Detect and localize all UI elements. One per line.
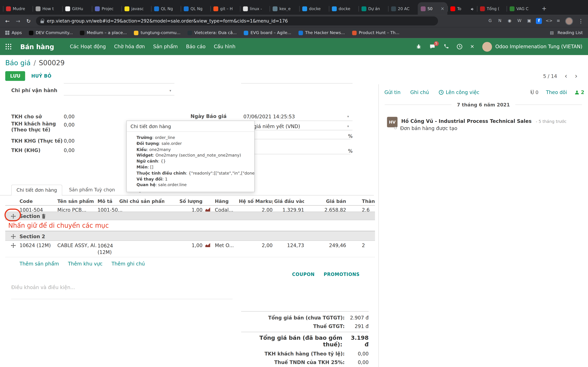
browser-tab[interactable]: git – H × (210, 2, 240, 15)
bookmark-item[interactable]: Vietcetera: Đưa câ... (188, 30, 237, 35)
section-label[interactable]: Section 2 (19, 234, 45, 239)
delete-row-icon[interactable] (42, 214, 46, 219)
cell-desc[interactable]: 1001-50... (97, 207, 119, 212)
discard-button[interactable]: HUỶ BỎ (31, 73, 52, 79)
browser-tab[interactable]: javasc × (121, 2, 151, 15)
operating-cost-field[interactable] (64, 95, 174, 95)
call-icon[interactable] (443, 44, 449, 50)
cell-name[interactable]: Micro PCB... (57, 207, 96, 212)
cell-brand[interactable]: Codal... (215, 207, 238, 212)
percent-field[interactable] (241, 139, 351, 139)
tkh-cho-so-value[interactable]: 0,00 (64, 114, 75, 119)
pager-previous-icon[interactable]: ‹ (564, 73, 567, 80)
app-menu-item[interactable]: Báo cáo (186, 44, 206, 50)
bookmark-item[interactable]: Product Hunt – Th... (352, 30, 399, 35)
browser-tab[interactable]: To × (447, 2, 477, 15)
browser-tab[interactable]: S0 × (418, 2, 447, 15)
column-header[interactable]: Giá đầu vào (274, 199, 304, 204)
column-header[interactable]: Code (19, 199, 56, 204)
browser-tab[interactable]: Projec × (92, 2, 121, 15)
add-line-link[interactable]: Thêm khu vực (68, 261, 103, 270)
devtools-icon[interactable]: <> (546, 18, 552, 24)
browser-tab[interactable]: Tổng ( × (477, 2, 507, 15)
wayback-icon[interactable]: W (516, 18, 522, 24)
url-text[interactable]: erp.vietan-group.vn/web#id=29&action=292… (47, 18, 288, 24)
pager-next-icon[interactable]: › (575, 73, 578, 80)
promotions-button[interactable]: PROMOTIONS (324, 272, 360, 277)
cell-qty[interactable]: 1,00 (166, 207, 202, 212)
bookmark-item[interactable]: Medium – a place... (80, 30, 127, 35)
cell-name[interactable]: CABLE ASSY, Al... (57, 243, 96, 248)
table-row[interactable]: 10624 (12M) CABLE ASSY, Al... 10624(12M)… (5, 241, 375, 257)
section-label[interactable]: Section 1 (19, 213, 45, 219)
facebook-icon[interactable]: f (536, 18, 542, 24)
app-menu-item[interactable]: Chờ hóa đơn (114, 44, 145, 50)
browser-menu-icon[interactable]: ⋮ (578, 18, 583, 24)
bookmark-item[interactable]: The Hacker News... (298, 30, 345, 35)
breadcrumb-parent[interactable]: Báo giá (5, 59, 31, 67)
forecast-chart-icon[interactable] (205, 207, 213, 212)
browser-tab[interactable]: QL Ng × (151, 2, 181, 15)
cell-price[interactable]: 249,46 (314, 243, 346, 248)
pricelist-value[interactable]: giá niêm yết (VND) (254, 124, 300, 129)
browser-tab[interactable]: GitHu × (62, 2, 92, 15)
browser-tab[interactable]: linux - × (240, 2, 269, 15)
cell-cost[interactable]: 1.329,91 (274, 207, 304, 212)
dropdown-caret-icon[interactable]: ▾ (170, 89, 171, 92)
send-message-button[interactable]: Gửi tin (384, 89, 400, 95)
column-header[interactable]: Số lượng (166, 199, 202, 204)
messages-icon[interactable]: 5 (429, 44, 435, 50)
cell-markup[interactable]: 2,00 (239, 243, 273, 248)
profile-avatar[interactable] (565, 17, 573, 25)
column-header[interactable]: Giá bán (314, 199, 346, 204)
log-note-button[interactable]: Ghi chú (410, 89, 429, 95)
app-menu-item[interactable]: Cấu hình (214, 44, 235, 50)
app-name[interactable]: Bán hàng (20, 43, 54, 50)
message-author[interactable]: Hồ Công Vũ - Industrial Process Technica… (401, 118, 532, 124)
activity-clock-icon[interactable] (457, 44, 462, 50)
cell-code[interactable]: 10624 (12M) (19, 243, 56, 248)
bookmark-apps[interactable]: Apps (5, 30, 22, 35)
browser-tab[interactable]: Dự án × (359, 2, 388, 15)
app-menu-item[interactable]: Các Hoạt động (70, 44, 106, 50)
column-header[interactable]: Hãng (215, 199, 238, 204)
column-header[interactable]: Thành tiền (362, 199, 375, 204)
notebook-tab[interactable]: Chi tiết đơn hàng (11, 184, 62, 195)
tab-close-icon[interactable]: × (441, 6, 444, 11)
cell-markup[interactable]: 2,00 (239, 207, 273, 212)
browser-tab[interactable]: kex_e × (270, 2, 299, 15)
dropdown-caret-icon[interactable]: ▾ (347, 124, 349, 128)
cell-qty[interactable]: 1,00 (166, 243, 202, 248)
tools-icon[interactable]: ✕ (470, 44, 474, 49)
app-menu-item[interactable]: Sản phẩm (153, 44, 178, 50)
percent-field[interactable] (241, 154, 351, 154)
back-icon[interactable]: ← (4, 18, 11, 24)
translate-icon[interactable]: G (487, 18, 493, 24)
table-row[interactable]: 1001-504 Micro PCB... 1001-50... 1,00 Co… (5, 206, 375, 211)
notebook-tab[interactable]: Sản phẩm Tuỳ chọn (64, 184, 120, 195)
add-line-link[interactable]: Thêm sản phẩm (19, 261, 59, 270)
reading-list-button[interactable]: ▤ Reading List (549, 30, 583, 36)
add-line-link[interactable]: Thêm ghi chú (112, 261, 145, 270)
tab-list-icon[interactable]: ≡ (555, 18, 562, 24)
cell-price[interactable]: 2.658,82 (314, 207, 346, 212)
quote-date-value[interactable]: 07/06/2021 14:25:53 (243, 114, 295, 119)
terms-placeholder[interactable]: Điều khoản và điều kiện... (11, 285, 75, 290)
screenshot-icon[interactable]: ▣ (526, 18, 532, 24)
bookmark-item[interactable]: EVG board – Agile... (244, 30, 291, 35)
browser-tab[interactable]: Mudre × (3, 2, 33, 15)
user-menu[interactable]: Odoo Implemenation Tung (VIETAN) (482, 42, 582, 51)
bookmark-item[interactable]: DEV Community... (29, 30, 73, 35)
coupon-button[interactable]: COUPON (292, 272, 315, 277)
notion-icon[interactable]: N (497, 18, 503, 24)
save-button[interactable]: LƯU (5, 71, 25, 81)
section-row-2[interactable]: Section 2 (5, 231, 375, 241)
debug-icon[interactable] (416, 44, 421, 50)
attachments-button[interactable]: 0 (530, 89, 538, 95)
pocket-icon[interactable]: ◉ (507, 18, 513, 24)
bookmark-item[interactable]: tungtung-commu... (134, 30, 181, 35)
column-header[interactable]: Mô tả (97, 199, 119, 204)
forward-icon[interactable]: → (14, 18, 22, 24)
followers-button[interactable]: 2 (575, 89, 584, 95)
browser-tab[interactable]: QL Ng × (181, 2, 210, 15)
